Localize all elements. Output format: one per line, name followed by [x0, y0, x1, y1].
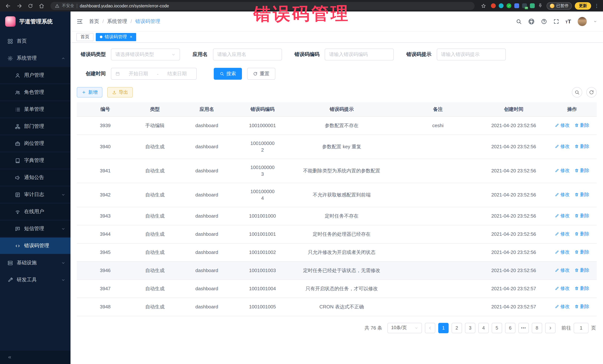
sidebar-item-0[interactable]: 首页 — [0, 33, 70, 49]
sidebar-item-4[interactable]: 菜单管理 — [0, 101, 70, 118]
edit-link[interactable]: 修改 — [555, 249, 570, 255]
delete-link[interactable]: 删除 — [574, 167, 589, 174]
help-icon[interactable] — [541, 18, 547, 24]
pagination-page-1[interactable]: 1 — [438, 323, 449, 333]
breadcrumb-item[interactable]: 错误码管理 — [135, 18, 160, 25]
pagination-goto-input[interactable]: 1 — [574, 323, 589, 333]
column-header[interactable]: 类型 — [134, 102, 176, 116]
app-logo[interactable]: 芋道管理系统 — [0, 11, 70, 32]
edit-link[interactable]: 修改 — [555, 143, 570, 150]
extension-green-check-icon[interactable] — [507, 3, 511, 8]
browser-forward-icon[interactable] — [15, 1, 24, 10]
pagination-page-4[interactable]: 4 — [478, 323, 489, 333]
edit-link[interactable]: 修改 — [555, 167, 570, 174]
filter-input[interactable]: 请输入应用名 — [213, 49, 282, 60]
search-button[interactable]: 搜索 — [214, 68, 242, 80]
sidebar-item-3[interactable]: 角色管理 — [0, 84, 70, 100]
delete-link[interactable]: 删除 — [574, 249, 589, 255]
sidebar-item-13[interactable]: 基础设施 — [0, 255, 70, 271]
page-size-select[interactable]: 10条/页 — [387, 323, 422, 333]
browser-profile-chip[interactable]: 已暂停 — [547, 2, 572, 10]
delete-link[interactable]: 删除 — [574, 303, 589, 310]
sidebar-item-10[interactable]: 在线用户 — [0, 203, 70, 220]
filter-input[interactable]: 请输入错误码编码 — [325, 49, 394, 60]
browser-back-icon[interactable] — [4, 1, 13, 10]
sidebar-item-9[interactable]: 审计日志 — [0, 187, 70, 203]
extension-pin-icon[interactable] — [538, 3, 544, 9]
delete-link[interactable]: 删除 — [574, 122, 589, 128]
tab-首页[interactable]: 首页 — [76, 33, 93, 41]
column-header[interactable]: 错误码提示 — [287, 102, 396, 116]
table-search-button[interactable] — [572, 87, 582, 98]
delete-link[interactable]: 删除 — [574, 143, 589, 150]
pagination-page-3[interactable]: 3 — [465, 323, 475, 333]
sidebar-item-6[interactable]: 岗位管理 — [0, 135, 70, 152]
edit-link[interactable]: 修改 — [555, 212, 570, 219]
extension-red-icon[interactable] — [491, 3, 496, 8]
avatar-caret-icon[interactable] — [593, 20, 597, 23]
trash-icon — [574, 123, 579, 127]
export-button[interactable]: 导出 — [107, 87, 133, 98]
extension-grid-icon[interactable] — [514, 3, 519, 8]
pagination-prev-button[interactable] — [425, 323, 435, 333]
font-size-icon[interactable]: TT — [565, 19, 571, 24]
pagination-ellipsis[interactable]: ••• — [518, 323, 529, 333]
breadcrumb-item[interactable]: 首页 — [89, 18, 99, 25]
delete-link[interactable]: 删除 — [574, 230, 589, 237]
github-icon[interactable] — [528, 18, 534, 25]
add-button[interactable]: 新增 — [77, 87, 103, 98]
cell-note — [396, 183, 480, 207]
extension-teal-icon[interactable] — [499, 3, 504, 8]
delete-link[interactable]: 删除 — [574, 285, 589, 292]
delete-link[interactable]: 删除 — [574, 191, 589, 198]
tab-close-icon[interactable]: × — [130, 35, 132, 39]
browser-menu-icon[interactable]: ⋮ — [594, 3, 599, 9]
fullscreen-icon[interactable] — [553, 18, 559, 24]
edit-link[interactable]: 修改 — [555, 267, 570, 273]
tab-错误码管理[interactable]: 错误码管理 × — [96, 33, 136, 41]
column-header[interactable]: 操作 — [547, 102, 597, 116]
delete-link[interactable]: 删除 — [574, 212, 589, 219]
sidebar-item-11[interactable]: 短信管理 — [0, 221, 70, 237]
column-header[interactable]: 应用名 — [176, 102, 237, 116]
search-icon[interactable] — [516, 18, 522, 24]
pagination-page-5[interactable]: 5 — [492, 323, 502, 333]
column-header[interactable]: 创建时间 — [480, 102, 547, 116]
pagination-page-2[interactable]: 2 — [452, 323, 462, 333]
filter-input[interactable]: 请输入错误码提示 — [437, 49, 506, 60]
bookmark-star-icon[interactable] — [479, 1, 488, 10]
edit-link[interactable]: 修改 — [555, 303, 570, 310]
sidebar-item-7[interactable]: 字典管理 — [0, 152, 70, 169]
date-range-picker[interactable]: 开始日期 - 结束日期 — [111, 68, 197, 80]
browser-reload-icon[interactable] — [26, 1, 35, 10]
sidebar-item-12[interactable]: 错误码管理 — [0, 238, 70, 254]
breadcrumb-item[interactable]: 系统管理 — [107, 18, 127, 25]
sidebar-item-2[interactable]: 用户管理 — [0, 67, 70, 83]
extension-leaf-icon[interactable] — [530, 3, 535, 8]
filter-select[interactable]: 请选择错误码类型 — [111, 49, 180, 60]
edit-link[interactable]: 修改 — [555, 122, 570, 128]
app-title: 芋道管理系统 — [19, 18, 53, 25]
browser-home-icon[interactable] — [37, 1, 46, 10]
column-header[interactable]: 编号 — [77, 102, 134, 116]
edit-link[interactable]: 修改 — [555, 191, 570, 198]
sidebar-item-14[interactable]: 研发工具 — [0, 272, 70, 288]
sidebar-item-5[interactable]: 部门管理 — [0, 118, 70, 134]
reset-button[interactable]: 重置 — [247, 68, 275, 80]
edit-link[interactable]: 修改 — [555, 230, 570, 237]
browser-update-button[interactable]: 更新 — [575, 2, 591, 10]
column-header[interactable]: 错误码编码 — [237, 102, 288, 116]
sidebar-collapse-trigger[interactable] — [0, 351, 70, 364]
sidebar-item-1[interactable]: 系统管理 — [0, 50, 70, 66]
pagination-page-6[interactable]: 6 — [505, 323, 515, 333]
table-refresh-button[interactable] — [586, 87, 597, 98]
delete-link[interactable]: 删除 — [574, 267, 589, 273]
sidebar-item-8[interactable]: 通知公告 — [0, 169, 70, 186]
menu-fold-icon[interactable] — [76, 18, 83, 25]
pagination-next-button[interactable] — [545, 323, 556, 333]
pagination-page-8[interactable]: 8 — [532, 323, 542, 333]
column-header[interactable]: 备注 — [396, 102, 480, 116]
extension-proxy-on-icon[interactable]: on — [522, 3, 527, 8]
edit-link[interactable]: 修改 — [555, 285, 570, 292]
user-avatar[interactable] — [577, 16, 587, 26]
